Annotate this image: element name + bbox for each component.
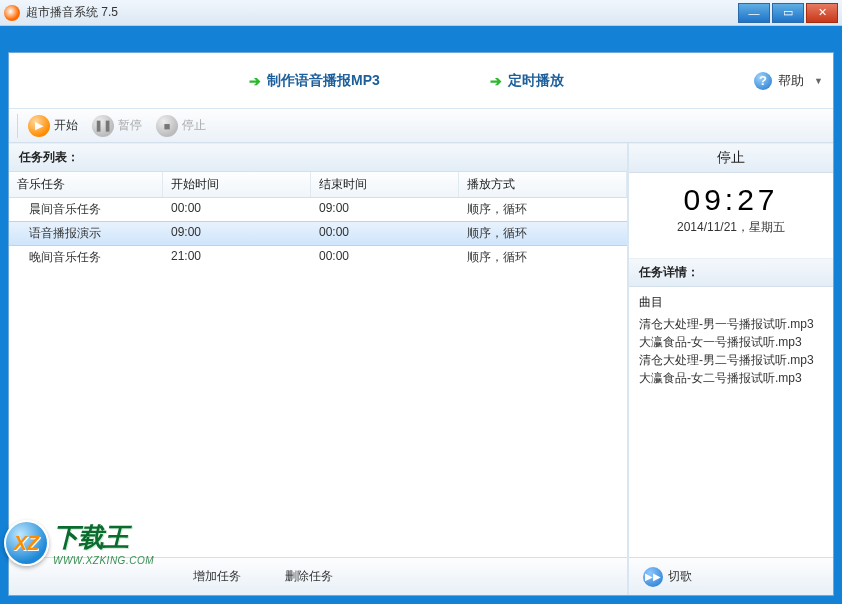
col-task-header[interactable]: 音乐任务 bbox=[9, 172, 163, 197]
skip-button[interactable]: ▶▶ 切歌 bbox=[637, 565, 698, 589]
table-row[interactable]: 晚间音乐任务21:0000:00顺序，循环 bbox=[9, 246, 627, 269]
add-task-button[interactable]: 增加任务 bbox=[187, 566, 247, 587]
play-button[interactable]: ▶ 开始 bbox=[22, 113, 84, 139]
close-button[interactable]: ✕ bbox=[806, 3, 838, 23]
pause-button[interactable]: ❚❚ 暂停 bbox=[86, 113, 148, 139]
track-label: 曲目 bbox=[639, 293, 823, 311]
stop-icon: ■ bbox=[156, 115, 178, 137]
stop-label: 停止 bbox=[182, 117, 206, 134]
ribbon-strip bbox=[0, 26, 842, 48]
track-item[interactable]: 清仓大处理-男一号播报试听.mp3 bbox=[639, 315, 823, 333]
track-item[interactable]: 清仓大处理-男二号播报试听.mp3 bbox=[639, 351, 823, 369]
pause-label: 暂停 bbox=[118, 117, 142, 134]
chevron-down-icon: ▼ bbox=[814, 76, 823, 86]
track-item[interactable]: 大瀛食品-女一号播报试听.mp3 bbox=[639, 333, 823, 351]
clock-date: 2014/11/21，星期五 bbox=[629, 219, 833, 236]
track-list: 曲目 清仓大处理-男一号播报试听.mp3大瀛食品-女一号播报试听.mp3清仓大处… bbox=[629, 287, 833, 557]
skip-label: 切歌 bbox=[668, 568, 692, 585]
col-end-header[interactable]: 结束时间 bbox=[311, 172, 459, 197]
make-mp3-label: 制作语音播报MP3 bbox=[267, 72, 380, 90]
task-list-header: 任务列表： bbox=[9, 143, 627, 172]
help-icon: ? bbox=[754, 72, 772, 90]
clock-panel: 09:27 2014/11/21，星期五 bbox=[629, 173, 833, 240]
play-label: 开始 bbox=[54, 117, 78, 134]
col-mode-header[interactable]: 播放方式 bbox=[459, 172, 627, 197]
clock-time: 09:27 bbox=[629, 183, 833, 217]
titlebar: 超市播音系统 7.5 — ▭ ✕ bbox=[0, 0, 842, 26]
stop-button[interactable]: ■ 停止 bbox=[150, 113, 212, 139]
maximize-button[interactable]: ▭ bbox=[772, 3, 804, 23]
status-header: 停止 bbox=[629, 143, 833, 173]
help-button[interactable]: ? 帮助 ▼ bbox=[754, 72, 823, 90]
scheduled-label: 定时播放 bbox=[508, 72, 564, 90]
skip-icon: ▶▶ bbox=[643, 567, 663, 587]
minimize-button[interactable]: — bbox=[738, 3, 770, 23]
table-row[interactable]: 语音播报演示09:0000:00顺序，循环 bbox=[9, 221, 627, 246]
task-grid-header: 音乐任务 开始时间 结束时间 播放方式 bbox=[9, 172, 627, 198]
make-mp3-link[interactable]: ➔ 制作语音播报MP3 bbox=[249, 72, 380, 90]
window-title: 超市播音系统 7.5 bbox=[26, 4, 118, 21]
task-grid-body: 晨间音乐任务00:0009:00顺序，循环语音播报演示09:0000:00顺序，… bbox=[9, 198, 627, 557]
details-header: 任务详情： bbox=[629, 258, 833, 287]
arrow-right-icon: ➔ bbox=[249, 73, 261, 89]
scheduled-play-link[interactable]: ➔ 定时播放 bbox=[490, 72, 564, 90]
arrow-right-icon: ➔ bbox=[490, 73, 502, 89]
track-item[interactable]: 大瀛食品-女二号播报试听.mp3 bbox=[639, 369, 823, 387]
app-icon bbox=[4, 5, 20, 21]
table-row[interactable]: 晨间音乐任务00:0009:00顺序，循环 bbox=[9, 198, 627, 221]
delete-task-button[interactable]: 删除任务 bbox=[279, 566, 339, 587]
col-start-header[interactable]: 开始时间 bbox=[163, 172, 311, 197]
help-label: 帮助 bbox=[778, 72, 804, 90]
pause-icon: ❚❚ bbox=[92, 115, 114, 137]
play-icon: ▶ bbox=[28, 115, 50, 137]
